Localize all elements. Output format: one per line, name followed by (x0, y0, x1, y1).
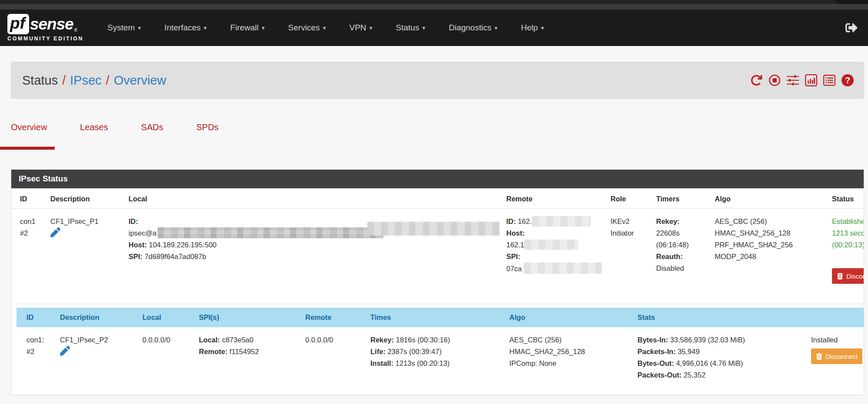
cell-remote: 0.0.0.0/0 (301, 327, 366, 390)
cell-id: con1: #2 (17, 327, 56, 390)
tab-leases[interactable]: Leases (80, 119, 108, 156)
cell-timers: Rekey: 22608s (06:16:48) Reauth: Disable… (652, 209, 710, 304)
chevron-down-icon (323, 24, 326, 31)
chevron-down-icon (495, 24, 498, 31)
sliders-icon[interactable] (787, 74, 799, 86)
trash-icon (816, 353, 822, 360)
logo-registered-mark: ® (74, 28, 77, 33)
logo-subtitle: COMMUNITY EDITION (7, 36, 83, 42)
breadcrumb-separator: / (106, 73, 109, 87)
disconnect-button[interactable]: Disconnect (811, 348, 862, 364)
child-sa-table: ID Description Local SPI(s) Remote Times… (17, 308, 864, 390)
tab-bar: Overview Leases SADs SPDs (11, 119, 868, 156)
chevron-down-icon (541, 24, 544, 31)
refresh-icon[interactable] (750, 74, 762, 86)
nav-item-status[interactable]: Status (384, 19, 437, 37)
table-row: con1: #2 CF1_IPsec_P2 0.0.0.0/0 Local: c… (17, 327, 864, 390)
stop-circle-icon[interactable] (769, 74, 781, 86)
tab-sads[interactable]: SADs (141, 119, 163, 156)
cell-remote: ID: 162. Host: 162.1 SPI: 07ca (502, 209, 606, 304)
status-text: 1213 seconds (832, 227, 864, 239)
child-header-row: ID Description Local SPI(s) Remote Times… (17, 308, 864, 327)
nav-item-interfaces[interactable]: Interfaces (153, 19, 218, 37)
col-description: Description (46, 188, 124, 209)
cell-status: Established 1213 seconds (00:20:13) Disc… (828, 209, 864, 304)
sign-out-icon[interactable] (845, 22, 858, 34)
cell-algo: AES_CBC (256) HMAC_SHA2_256_128 IPComp: … (505, 327, 633, 390)
status-text: Established (832, 216, 864, 227)
redacted-text (524, 240, 578, 250)
col-stats: Stats (633, 308, 807, 327)
col-spis: SPI(s) (195, 308, 301, 327)
breadcrumb-section: Status (22, 73, 58, 87)
ike-sa-table: ID Description Local Remote Role Timers … (11, 188, 864, 304)
list-view-icon[interactable] (823, 74, 835, 86)
nav-item-system[interactable]: System (96, 19, 152, 37)
cell-times: Rekey: 1816s (00:30:16) Life: 2387s (00:… (366, 327, 505, 390)
chevron-down-icon (262, 24, 265, 31)
col-local: Local (124, 188, 502, 209)
cell-local: ID: ipsec@a Host: 104.189.226.195:500 SP… (124, 209, 502, 304)
cell-role: IKEv2 Initiator (606, 209, 652, 304)
chevron-down-icon (138, 24, 141, 31)
logo-sense: sense (30, 15, 73, 33)
table-header-row: ID Description Local Remote Role Timers … (11, 188, 864, 209)
col-remote: Remote (502, 188, 606, 209)
nav-item-vpn[interactable]: VPN (337, 19, 384, 37)
redacted-text (367, 222, 500, 236)
col-id: ID (17, 308, 56, 327)
col-status-blank (807, 308, 864, 327)
col-remote: Remote (301, 308, 366, 327)
chevron-down-icon (422, 24, 425, 31)
breadcrumb-link-ipsec[interactable]: IPsec (70, 73, 102, 87)
cell-spis: Local: c873e5a0 Remote: f1154952 (195, 327, 301, 390)
col-description: Description (56, 308, 138, 327)
redacted-text (532, 216, 591, 227)
panel-title: IPsec Status (11, 170, 864, 188)
window-top-edge (0, 0, 868, 4)
col-role: Role (606, 188, 652, 209)
trash-icon (837, 273, 843, 279)
col-algo: Algo (710, 188, 828, 209)
col-id: ID (11, 188, 46, 209)
cell-description: CF1_IPsec_P1 (46, 209, 124, 304)
redacted-text (524, 263, 602, 274)
window-title-strip (0, 4, 868, 10)
col-status: Status (828, 188, 864, 209)
col-algo: Algo (505, 308, 633, 327)
cell-id: con1 #2 (11, 209, 46, 304)
chevron-down-icon (370, 24, 373, 31)
col-times: Times (366, 308, 505, 327)
cell-local: 0.0.0.0/0 (138, 327, 195, 390)
nav-item-firewall[interactable]: Firewall (218, 19, 276, 37)
pfsense-logo[interactable]: pf sense ® COMMUNITY EDITION (7, 14, 83, 42)
disconnect-button[interactable]: Disconnect (832, 268, 864, 284)
cell-algo: AES_CBC (256) HMAC_SHA2_256_128 PRF_HMAC… (710, 209, 828, 304)
breadcrumb-link-overview[interactable]: Overview (114, 73, 166, 87)
tab-overview[interactable]: Overview (11, 119, 47, 156)
edit-icon[interactable] (50, 231, 60, 239)
edit-icon[interactable] (60, 349, 70, 357)
status-text: (00:20:13) (832, 239, 864, 251)
nav-item-diagnostics[interactable]: Diagnostics (437, 19, 509, 37)
bar-chart-icon[interactable] (805, 74, 817, 86)
table-row: con1 #2 CF1_IPsec_P1 ID: ipsec@a Host: 1… (11, 209, 864, 304)
col-local: Local (138, 308, 195, 327)
redacted-text (158, 227, 383, 238)
logo-pf: pf (7, 14, 29, 34)
ipsec-status-panel: IPsec Status ID Description Local Remote… (11, 169, 864, 395)
breadcrumb: Status/IPsec/Overview (11, 62, 864, 99)
tab-spds[interactable]: SPDs (196, 119, 218, 156)
navbar: pf sense ® COMMUNITY EDITION System Inte… (0, 10, 868, 46)
cell-status: Installed Disconnect (807, 327, 864, 390)
chevron-down-icon (204, 24, 207, 31)
cell-description: CF1_IPsec_P2 (56, 327, 138, 390)
breadcrumb-separator: / (62, 73, 66, 87)
col-timers: Timers (652, 188, 710, 209)
help-icon[interactable] (842, 74, 854, 86)
nav-menu: System Interfaces Firewall Services VPN … (96, 19, 556, 37)
nav-item-services[interactable]: Services (277, 19, 338, 37)
nav-item-help[interactable]: Help (509, 19, 556, 37)
cell-stats: Bytes-In: 33,586,939 (32.03 MiB) Packets… (633, 327, 807, 390)
status-text: Installed (811, 334, 864, 346)
